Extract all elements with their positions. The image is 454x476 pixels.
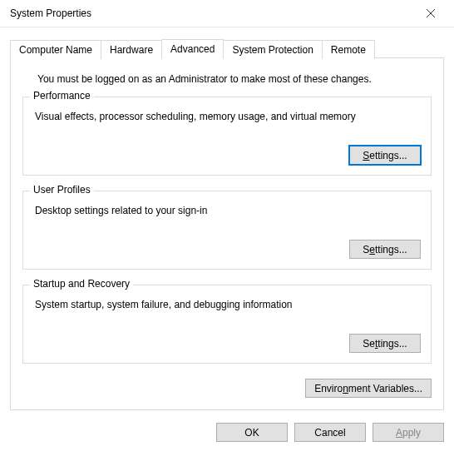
- window-title: System Properties: [10, 7, 414, 19]
- tab-panel-advanced: You must be logged on as an Administrato…: [10, 57, 444, 410]
- env-row: Environment Variables...: [22, 379, 432, 398]
- tab-computer-name[interactable]: Computer Name: [10, 40, 101, 59]
- user-profiles-settings-button[interactable]: Settings...: [349, 240, 421, 259]
- group-user-profiles-desc: Desktop settings related to your sign-in: [35, 205, 421, 216]
- group-startup-recovery: Startup and Recovery System startup, sys…: [22, 285, 432, 364]
- group-startup-legend: Startup and Recovery: [30, 278, 133, 290]
- cancel-button[interactable]: Cancel: [294, 423, 366, 442]
- ok-button[interactable]: OK: [216, 423, 288, 442]
- apply-button[interactable]: Apply: [373, 423, 444, 442]
- tab-remote[interactable]: Remote: [322, 40, 375, 59]
- dialog-button-bar: OK Cancel Apply: [0, 411, 454, 450]
- tab-system-protection[interactable]: System Protection: [223, 40, 322, 59]
- close-button[interactable]: [414, 2, 447, 25]
- tab-advanced[interactable]: Advanced: [161, 39, 224, 58]
- tab-hardware[interactable]: Hardware: [101, 40, 162, 59]
- startup-settings-button[interactable]: Settings...: [349, 334, 421, 353]
- performance-settings-button[interactable]: Settings...: [349, 146, 421, 165]
- tabstrip: Computer Name Hardware Advanced System P…: [10, 39, 444, 58]
- group-performance-legend: Performance: [30, 90, 94, 102]
- group-performance: Performance Visual effects, processor sc…: [22, 97, 432, 176]
- group-performance-desc: Visual effects, processor scheduling, me…: [35, 111, 421, 122]
- group-startup-desc: System startup, system failure, and debu…: [35, 299, 421, 310]
- group-user-profiles: User Profiles Desktop settings related t…: [22, 191, 432, 270]
- group-user-profiles-legend: User Profiles: [30, 184, 94, 196]
- close-icon: [427, 9, 435, 17]
- titlebar: System Properties: [0, 0, 454, 27]
- environment-variables-button[interactable]: Environment Variables...: [305, 379, 432, 398]
- intro-text: You must be logged on as an Administrato…: [37, 73, 428, 85]
